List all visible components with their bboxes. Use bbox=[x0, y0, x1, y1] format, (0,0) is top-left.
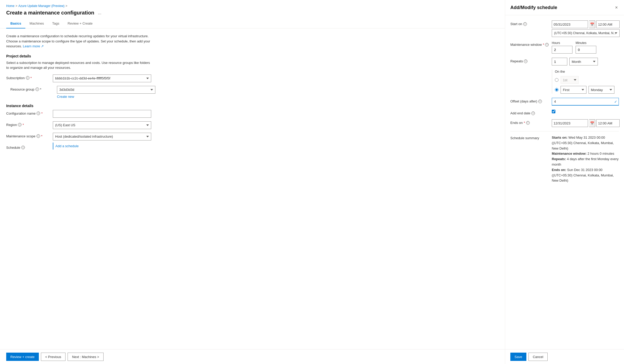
ends-on-control: 📅 bbox=[552, 119, 620, 127]
region-group: Region ⓘ * (US) East US bbox=[6, 121, 499, 129]
end-date-input[interactable] bbox=[552, 119, 588, 127]
add-end-date-row: Add end date ⓘ bbox=[510, 110, 619, 115]
config-name-input[interactable] bbox=[53, 110, 151, 118]
panel-title: Add/Modify schedule bbox=[510, 5, 557, 10]
start-date-input[interactable] bbox=[552, 20, 588, 28]
schedule-control: Add a schedule bbox=[53, 144, 151, 148]
on-the-weekday-radio[interactable] bbox=[555, 88, 558, 92]
hours-input[interactable] bbox=[552, 46, 572, 54]
schedule-group: Schedule ⓘ Add a schedule bbox=[6, 144, 499, 150]
close-panel-button[interactable]: × bbox=[614, 4, 619, 11]
repeats-row: Repeats ⓘ Month Day Week Year bbox=[510, 58, 619, 65]
resource-group-label: Resource group ⓘ * bbox=[6, 86, 57, 91]
maintenance-window-row: Maintenance window * ⓘ Hours Minutes bbox=[510, 41, 619, 54]
schedule-info-icon[interactable]: ⓘ bbox=[21, 146, 25, 149]
start-on-control: 📅 (UTC+05:30) Chennai, Kolkata, Mumbai, … bbox=[552, 20, 620, 37]
minutes-input[interactable] bbox=[576, 46, 596, 54]
maintenance-window-control: Hours Minutes bbox=[552, 41, 619, 54]
page-description: Create a maintenance configuration to sc… bbox=[6, 34, 151, 49]
on-the-container: On the 1st First Second Third Fourth bbox=[552, 70, 619, 94]
weekday-select[interactable]: Monday Sunday Tuesday Wednesday Thursday… bbox=[589, 86, 614, 94]
save-button[interactable]: Save bbox=[510, 353, 526, 361]
tab-review-create[interactable]: Review + Create bbox=[63, 19, 97, 28]
review-create-button[interactable]: Review + create bbox=[6, 353, 39, 361]
offset-row: Offset (days after) ⓘ ✓ bbox=[510, 98, 619, 106]
learn-more-link[interactable]: Learn more ↗ bbox=[23, 44, 44, 48]
start-on-label: Start on ⓘ bbox=[510, 20, 552, 26]
project-details-title: Project details bbox=[6, 54, 499, 58]
timezone-select[interactable]: (UTC+05:30) Chennai, Kolkata, Mumbai, N.… bbox=[552, 29, 620, 37]
next-button[interactable]: Next : Machines > bbox=[68, 353, 103, 361]
previous-button[interactable]: < Previous bbox=[41, 353, 66, 361]
breadcrumb-azure[interactable]: Azure Update Manager (Preview) bbox=[18, 4, 64, 8]
ordinal-select[interactable]: First Second Third Fourth Last bbox=[561, 86, 586, 94]
end-time-input[interactable] bbox=[596, 119, 620, 127]
repeats-info-icon[interactable]: ⓘ bbox=[524, 60, 527, 63]
schedule-summary-label: Schedule summary bbox=[510, 135, 552, 140]
subscription-control: bbbb1b1b-cc2c-dd3d-ee4e-ffffff5f5f5f bbox=[53, 75, 151, 82]
hours-label: Hours bbox=[552, 41, 572, 45]
subscription-group: Subscription ⓘ * bbbb1b1b-cc2c-dd3d-ee4e… bbox=[6, 75, 499, 82]
summary-window-value: 2 hours 0 minutes bbox=[587, 152, 614, 155]
config-name-info-icon[interactable]: ⓘ bbox=[37, 112, 40, 115]
instance-details-title: Instance details bbox=[6, 104, 499, 108]
tab-machines[interactable]: Machines bbox=[25, 19, 48, 28]
tab-tags[interactable]: Tags bbox=[48, 19, 63, 28]
region-info-icon[interactable]: ⓘ bbox=[18, 123, 21, 127]
repeat-count-input[interactable] bbox=[552, 58, 567, 65]
ends-on-row: Ends on * ⓘ 📅 bbox=[510, 119, 619, 127]
cancel-button[interactable]: Cancel bbox=[528, 353, 548, 361]
ellipsis-button[interactable]: ... bbox=[96, 10, 103, 16]
maintenance-scope-control: Host (dedicated/isolated infrastructure) bbox=[53, 133, 151, 140]
ends-on-info-icon[interactable]: ⓘ bbox=[526, 121, 530, 125]
maintenance-scope-label: Maintenance scope ⓘ * bbox=[6, 133, 53, 138]
repeats-control: Month Day Week Year bbox=[552, 58, 619, 65]
region-label: Region ⓘ * bbox=[6, 121, 53, 127]
panel-footer: Save Cancel bbox=[505, 349, 624, 364]
add-end-date-label: Add end date ⓘ bbox=[510, 110, 552, 115]
project-details-desc: Select a subscription to manage deployed… bbox=[6, 60, 151, 70]
maintenance-scope-group: Maintenance scope ⓘ * Host (dedicated/is… bbox=[6, 133, 499, 140]
add-end-date-info-icon[interactable]: ⓘ bbox=[531, 112, 535, 115]
panel-body: Start on ⓘ 📅 (UTC+05:30) Chennai, Kolkat… bbox=[505, 15, 624, 349]
on-the-day-radio-row: 1st bbox=[555, 76, 619, 84]
schedule-summary-content: Starts on: Wed May 31 2023 00:00 ((UTC+0… bbox=[552, 135, 619, 183]
maintenance-scope-info-icon[interactable]: ⓘ bbox=[37, 134, 40, 138]
resource-group-select[interactable]: 3d3d3d3d bbox=[57, 86, 155, 94]
offset-info-icon[interactable]: ⓘ bbox=[538, 100, 542, 103]
maintenance-window-info-icon[interactable]: ⓘ bbox=[545, 43, 549, 47]
repeats-label: Repeats ⓘ bbox=[510, 58, 552, 63]
add-end-date-checkbox[interactable] bbox=[552, 110, 555, 113]
end-date-calendar-icon[interactable]: 📅 bbox=[589, 119, 595, 127]
add-end-date-control bbox=[552, 110, 619, 113]
divider bbox=[510, 131, 619, 131]
on-the-weekday-radio-row: First Second Third Fourth Last Monday Su… bbox=[555, 86, 619, 94]
breadcrumb-home[interactable]: Home bbox=[6, 4, 14, 8]
create-new-link[interactable]: Create new bbox=[57, 95, 155, 99]
repeat-unit-select[interactable]: Month Day Week Year bbox=[569, 58, 598, 65]
resource-group-info-icon[interactable]: ⓘ bbox=[35, 87, 39, 91]
subscription-label: Subscription ⓘ * bbox=[6, 75, 53, 80]
subscription-select[interactable]: bbbb1b1b-cc2c-dd3d-ee4e-ffffff5f5f5f bbox=[53, 75, 151, 82]
config-name-group: Configuration name ⓘ * bbox=[6, 110, 499, 118]
schedule-summary-row: Schedule summary Starts on: Wed May 31 2… bbox=[510, 135, 619, 183]
summary-starts-label: Starts on: bbox=[552, 136, 568, 139]
schedule-label: Schedule ⓘ bbox=[6, 144, 53, 150]
add-schedule-link[interactable]: Add a schedule bbox=[53, 143, 79, 150]
maintenance-scope-select[interactable]: Host (dedicated/isolated infrastructure) bbox=[53, 133, 151, 140]
tab-basics[interactable]: Basics bbox=[6, 19, 25, 28]
start-date-calendar-icon[interactable]: 📅 bbox=[589, 20, 595, 28]
on-the-day-radio[interactable] bbox=[555, 78, 558, 82]
add-modify-schedule-panel: Add/Modify schedule × Start on ⓘ 📅 (UTC+… bbox=[505, 0, 624, 364]
day-number-select[interactable]: 1st bbox=[561, 76, 579, 84]
start-on-info-icon[interactable]: ⓘ bbox=[523, 22, 527, 26]
subscription-info-icon[interactable]: ⓘ bbox=[26, 76, 30, 80]
on-the-label: On the bbox=[555, 70, 619, 73]
region-select[interactable]: (US) East US bbox=[53, 121, 151, 129]
bottom-bar: Review + create < Previous Next : Machin… bbox=[0, 349, 505, 364]
summary-ends-label: Ends on: bbox=[552, 168, 566, 172]
offset-input[interactable] bbox=[552, 98, 619, 106]
config-name-label: Configuration name ⓘ * bbox=[6, 110, 53, 115]
ends-on-label: Ends on * ⓘ bbox=[510, 119, 552, 125]
start-time-input[interactable] bbox=[596, 20, 620, 28]
